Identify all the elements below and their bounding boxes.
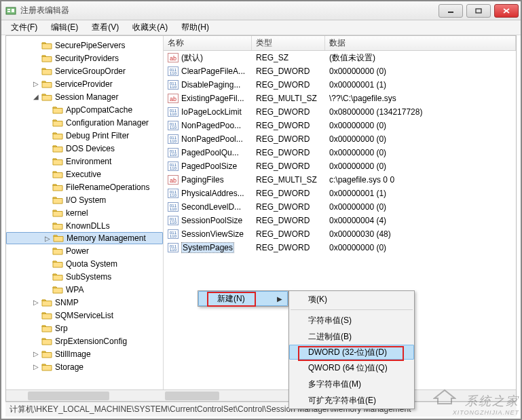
expand-arrow-icon[interactable]: ▷	[32, 80, 40, 88]
menu-view[interactable]: 查看(V)	[85, 20, 126, 35]
value-type: REG_MULTI_SZ	[252, 94, 325, 103]
context-menu[interactable]: 新建(N) ▶	[198, 290, 288, 307]
value-row[interactable]: 011110NonPagedPoo...REG_DWORD0x00000000 …	[164, 119, 516, 132]
tree-item-label: Executive	[66, 170, 101, 179]
ctx-subitem-label: DWORD (32-位)值(D)	[308, 347, 387, 358]
tree-item[interactable]: SecurityProviders	[6, 52, 163, 64]
value-row[interactable]: 011110PagedPoolSizeREG_DWORD0x00000000 (…	[164, 159, 516, 173]
tree-item[interactable]: Quota System	[6, 257, 163, 270]
col-header-type[interactable]: 类型	[252, 36, 325, 50]
col-header-data[interactable]: 数据	[325, 36, 516, 50]
tree-item[interactable]: SubSystems	[6, 270, 163, 283]
value-row[interactable]: 011110PagedPoolQu...REG_DWORD0x00000000 …	[164, 146, 516, 159]
value-row[interactable]: abExistingPageFil...REG_MULTI_SZ\??\C:\p…	[164, 92, 516, 105]
folder-icon	[41, 311, 52, 320]
folder-icon	[41, 66, 52, 76]
tree-item[interactable]: Environment	[6, 155, 163, 168]
expand-arrow-icon[interactable]: ▷	[32, 363, 40, 370]
tree-pane[interactable]: SecurePipeServersSecurityProvidersServic…	[6, 36, 164, 401]
menu-file[interactable]: 文件(F)	[4, 20, 44, 35]
ctx-subitem-label: 项(K)	[308, 294, 327, 305]
expand-arrow-icon[interactable]: ▷	[32, 299, 40, 306]
binary-value-icon: 011110	[168, 148, 179, 157]
tree-item[interactable]: DOS Devices	[6, 142, 163, 155]
tree-item[interactable]: SQMServiceList	[6, 309, 163, 322]
ctx-subitem[interactable]: 字符串值(S)	[289, 312, 414, 328]
expand-arrow-icon[interactable]: ▷	[32, 350, 40, 358]
tree-item[interactable]: ▷StillImage	[6, 347, 163, 360]
tree-item[interactable]: ▷Storage	[6, 360, 163, 373]
tree-item[interactable]: ◢Session Manager	[6, 90, 163, 103]
value-data: 0x00000000 (0)	[325, 161, 516, 171]
ctx-new[interactable]: 新建(N) ▶	[198, 291, 288, 306]
tree-item[interactable]: Debug Print Filter	[6, 129, 163, 142]
tree-item[interactable]: kernel	[6, 206, 163, 219]
col-header-name[interactable]: 名称	[164, 36, 252, 50]
value-row[interactable]: 011110SessionPoolSizeREG_DWORD0x00000004…	[164, 214, 516, 227]
value-row[interactable]: 011110NonPagedPool...REG_DWORD0x00000000…	[164, 132, 516, 146]
value-type: REG_DWORD	[252, 189, 325, 198]
ctx-subitem[interactable]: DWORD (32-位)值(D)	[289, 345, 414, 360]
tree-item[interactable]: Configuration Manager	[6, 116, 163, 129]
value-type: REG_DWORD	[252, 107, 325, 117]
window-buttons	[437, 4, 521, 18]
maximize-button[interactable]	[466, 4, 491, 18]
tree-item-label: StillImage	[55, 349, 91, 359]
value-name: PagingFiles	[181, 175, 224, 185]
tree-item[interactable]: KnownDLLs	[6, 219, 163, 232]
ctx-subitem[interactable]: 项(K)	[289, 291, 414, 307]
value-row[interactable]: ab(默认)REG_SZ(数值未设置)	[164, 51, 516, 64]
ctx-subitem[interactable]: 多字符串值(M)	[289, 376, 414, 392]
tree-item[interactable]: Power	[6, 244, 163, 257]
value-name: NonPagedPoo...	[181, 121, 241, 130]
menu-help[interactable]: 帮助(H)	[174, 20, 216, 35]
tree-item[interactable]: ▷Memory Management	[6, 232, 163, 244]
tree-item-label: Power	[66, 246, 89, 256]
tree-item-label: Configuration Manager	[66, 118, 149, 128]
ctx-subitem[interactable]: QWORD (64 位)值(Q)	[289, 360, 414, 376]
ctx-subitem[interactable]: 可扩充字符串值(E)	[289, 392, 414, 408]
main-area: SecurePipeServersSecurityProvidersServic…	[5, 35, 517, 402]
menu-favorites[interactable]: 收藏夹(A)	[126, 20, 174, 35]
value-row[interactable]: 011110PhysicalAddres...REG_DWORD0x000000…	[164, 187, 516, 200]
folder-icon	[52, 246, 63, 256]
value-row[interactable]: 011110IoPageLockLimitREG_DWORD0x08000000…	[164, 105, 516, 119]
value-name: SecondLevelD...	[181, 202, 241, 212]
close-button[interactable]	[494, 4, 519, 18]
tree-item[interactable]: SrpExtensionConfig	[6, 335, 163, 347]
value-type: REG_SZ	[252, 53, 325, 62]
tree-item[interactable]: ▷SNMP	[6, 296, 163, 309]
value-row[interactable]: 011110DisablePaging...REG_DWORD0x0000000…	[164, 78, 516, 92]
value-row[interactable]: 011110ClearPageFileA...REG_DWORD0x000000…	[164, 64, 516, 78]
expand-arrow-icon[interactable]: ◢	[32, 93, 40, 100]
expand-arrow-icon[interactable]: ▷	[43, 235, 52, 242]
tree-horizontal-scrollbar[interactable]	[6, 389, 164, 401]
tree-item[interactable]: SecurePipeServers	[6, 39, 163, 52]
value-row[interactable]: 011110SystemPagesREG_DWORD0x00000000 (0)	[164, 241, 516, 254]
tree-item[interactable]: I/O System	[6, 193, 163, 206]
value-name-cell: 011110PhysicalAddres...	[164, 189, 252, 198]
tree-item[interactable]: ServiceGroupOrder	[6, 64, 163, 77]
tree-item[interactable]: ▷ServiceProvider	[6, 77, 163, 90]
value-row[interactable]: abPagingFilesREG_MULTI_SZc:\pagefile.sys…	[164, 173, 516, 187]
binary-value-icon: 011110	[168, 80, 179, 90]
value-row[interactable]: 011110SecondLevelD...REG_DWORD0x00000000…	[164, 200, 516, 214]
tree-item[interactable]: Executive	[6, 168, 163, 180]
minimize-button[interactable]	[439, 4, 463, 18]
value-row[interactable]: 011110SessionViewSizeREG_DWORD0x00000030…	[164, 227, 516, 241]
value-name: SessionViewSize	[181, 229, 244, 239]
scrollbar-thumb[interactable]	[28, 392, 109, 400]
tree-item[interactable]: FileRenameOperations	[6, 180, 163, 193]
svg-text:110: 110	[170, 166, 177, 170]
menu-edit[interactable]: 编辑(E)	[44, 20, 85, 35]
folder-icon	[41, 79, 52, 89]
scrollbar-thumb[interactable]	[165, 392, 219, 400]
tree-item[interactable]: AppCompatCache	[6, 103, 163, 116]
binary-value-icon: 011110	[168, 202, 179, 212]
context-submenu[interactable]: 项(K)字符串值(S)二进制值(B)DWORD (32-位)值(D)QWORD …	[288, 290, 415, 409]
tree-item[interactable]: WPA	[6, 283, 163, 296]
value-data: 0x08000000 (134217728)	[325, 107, 516, 117]
tree-item[interactable]: Srp	[6, 322, 163, 335]
tree-item-label: AppCompatCache	[66, 105, 132, 115]
ctx-subitem[interactable]: 二进制值(B)	[289, 328, 414, 345]
